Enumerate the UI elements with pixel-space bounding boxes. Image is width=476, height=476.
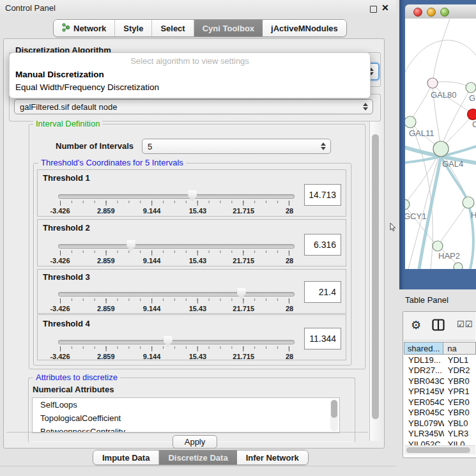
popup-option-equal-width[interactable]: Equal Width/Frequency Discretization <box>15 82 159 92</box>
node-gal11[interactable] <box>405 116 416 128</box>
slider-thumb[interactable] <box>127 240 135 251</box>
threshold-label: Threshold 2 <box>43 223 90 233</box>
tab-infer-network[interactable]: Infer Network <box>237 450 308 464</box>
divider <box>6 432 368 433</box>
node-pink[interactable] <box>427 78 438 88</box>
scrollbar-thumb[interactable] <box>406 447 470 453</box>
slider-tick-labels: -3.4262.8599.14415.4321.71528 <box>60 305 289 312</box>
close-traffic-light-icon[interactable] <box>413 8 422 17</box>
bottom-tab-bar: Impute Data Discretize Data Infer Networ… <box>93 450 309 465</box>
tab-style[interactable]: Style <box>115 20 152 36</box>
node-label-gal80: GAL80 <box>431 90 456 100</box>
slider-major-ticks <box>60 201 289 206</box>
threshold-value-field[interactable]: 21.4 <box>304 281 341 303</box>
table-row[interactable]: YBR043CYBR0 <box>404 376 476 387</box>
table-row[interactable]: YBR045CYBR0 <box>404 408 476 418</box>
table-data-value: galFiltered.sif default node <box>20 102 117 112</box>
columns-icon[interactable] <box>432 319 445 333</box>
numerical-attributes-list[interactable]: SelfLoops TopologicalCoefficient Between… <box>32 397 340 433</box>
table-row[interactable]: YDR27...YDR2 <box>404 365 476 376</box>
attributes-group-title: Attributes to discretize <box>33 373 120 382</box>
network-canvas[interactable]: GAL80 G C GAL11 GAL4 GCY1 H HAP2 <box>405 19 476 269</box>
list-item[interactable]: TopologicalCoefficient <box>33 411 339 425</box>
node-green-right-top[interactable] <box>466 82 476 93</box>
gear-icon[interactable]: ⚙ <box>411 318 421 332</box>
tab-impute-data[interactable]: Impute Data <box>93 450 159 464</box>
tab-jactivemnodules[interactable]: jActiveMNodules <box>263 20 346 36</box>
zoom-traffic-light-icon[interactable] <box>440 8 449 17</box>
node-table: shared... na YDL19...YDL1 YDR27...YDR2 Y… <box>404 342 476 450</box>
threshold-slider[interactable]: -3.4262.8599.14415.4321.71528 <box>60 339 289 360</box>
apply-button[interactable]: Apply <box>173 435 217 449</box>
close-icon[interactable]: ✕ <box>381 3 389 13</box>
slider-tick-labels: -3.4262.8599.14415.4321.71528 <box>60 353 289 360</box>
threshold-panel-1: Threshold 1 -3.4262.8599.14415.4321.7152… <box>37 169 346 217</box>
slider-thumb[interactable] <box>188 190 197 201</box>
column-header-name[interactable]: na <box>443 342 476 355</box>
tab-select[interactable]: Select <box>152 20 194 36</box>
tab-cyni-toolbox[interactable]: Cyni Toolbox <box>194 20 263 36</box>
tab-network[interactable]: Network <box>54 20 115 36</box>
scrollbar-thumb[interactable] <box>372 134 379 419</box>
number-of-intervals-label: Number of Intervals <box>56 141 134 151</box>
table-row[interactable]: YBL079WYBL0 <box>404 418 476 429</box>
node-label-hap2: HAP2 <box>438 251 460 261</box>
table-row[interactable]: YPR145WYPR1 <box>404 387 476 397</box>
threshold-value-field[interactable]: 14.713 <box>304 184 341 206</box>
threshold-label: Threshold 1 <box>43 173 90 183</box>
table-row[interactable]: YLR345WYLR3 <box>404 429 476 440</box>
interval-definition-title: Interval Definition <box>33 119 102 128</box>
tab-discretize-data[interactable]: Discretize Data <box>159 450 236 464</box>
node-bottom-partial[interactable] <box>454 263 463 269</box>
column-header-shared-name[interactable]: shared... <box>404 342 443 355</box>
slider-thumb[interactable] <box>164 336 173 347</box>
list-scrollbar[interactable] <box>330 399 338 431</box>
control-panel-title: Control Panel <box>5 3 56 13</box>
table-row[interactable]: YDL19...YDL1 <box>404 355 476 365</box>
node-red-selected[interactable] <box>468 109 476 120</box>
node-label-partial-h: H <box>471 210 476 220</box>
network-graph <box>405 19 476 269</box>
slider-thumb[interactable] <box>237 288 246 299</box>
combo-arrows-icon <box>363 103 368 111</box>
threshold-slider[interactable]: -3.4262.8599.14415.4321.71528 <box>60 193 289 215</box>
node-gal4[interactable] <box>433 141 449 157</box>
slider-major-ticks <box>60 346 289 351</box>
node-gcy1[interactable] <box>405 199 410 210</box>
float-window-icon[interactable] <box>370 6 377 13</box>
slider-major-ticks <box>60 298 289 303</box>
network-icon <box>62 23 70 34</box>
table-horizontal-scrollbar[interactable] <box>404 445 475 454</box>
panel-vertical-scrollbar[interactable] <box>369 121 381 441</box>
table-panel-title: Table Panel <box>405 295 449 305</box>
threshold-value-field[interactable]: 6.316 <box>304 234 341 256</box>
table-header-row: shared... na <box>404 342 476 355</box>
node-label-gal11: GAL11 <box>409 128 434 138</box>
number-of-intervals-value: 5 <box>148 142 152 151</box>
node-hap2[interactable] <box>433 241 443 251</box>
checkbox-pair-icon[interactable]: ☑☑ <box>457 319 473 329</box>
network-window-titlebar[interactable] <box>405 4 476 19</box>
threshold-panel-3: Threshold 3 -3.4262.8599.14415.4321.7152… <box>37 269 346 314</box>
table-row[interactable]: YER054CYER0 <box>404 397 476 408</box>
threshold-panel-4: Threshold 4 -3.4262.8599.14415.4321.7152… <box>37 314 346 360</box>
minimize-traffic-light-icon[interactable] <box>427 8 436 17</box>
node-label-partial-g: G <box>469 93 475 103</box>
threshold-slider[interactable]: -3.4262.8599.14415.4321.71528 <box>60 291 289 312</box>
list-item[interactable]: SelfLoops <box>33 398 339 411</box>
threshold-value-field[interactable]: 11.344 <box>304 328 341 349</box>
threshold-slider[interactable]: -3.4262.8599.14415.4321.71528 <box>60 243 289 265</box>
slider-major-ticks <box>60 250 289 256</box>
algorithm-dropdown-popup: Select algorithm to view settings Manual… <box>9 52 371 98</box>
threshold-panel-2: Threshold 2 -3.4262.8599.14415.4321.7152… <box>37 219 346 266</box>
top-tab-bar: Network Style Select Cyni Toolbox jActiv… <box>53 19 347 37</box>
threshold-label: Threshold 4 <box>43 319 90 328</box>
node-label-gal4: GAL4 <box>442 159 463 169</box>
popup-option-manual-discretization[interactable]: Manual Discretization <box>15 70 104 79</box>
table-data-combobox[interactable]: galFiltered.sif default node <box>14 99 373 114</box>
scrollbar-thumb[interactable] <box>331 400 337 418</box>
node-right-low[interactable] <box>463 197 474 208</box>
node-label-gcy1: GCY1 <box>405 211 426 221</box>
thresholds-group-title: Threshold's Coordinates for 5 Intervals <box>38 158 186 167</box>
number-of-intervals-combobox[interactable]: 5 <box>142 139 331 154</box>
